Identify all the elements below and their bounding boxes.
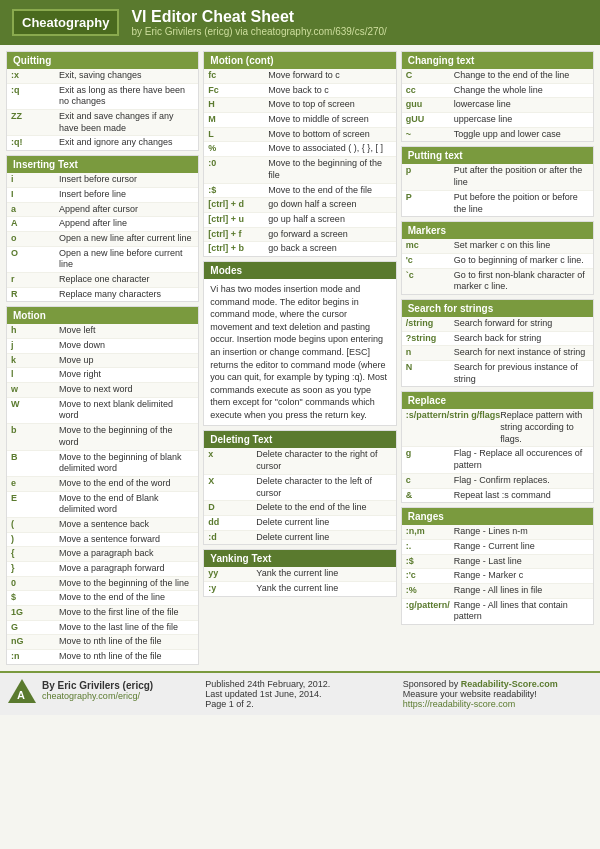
section-motion-header: Motion xyxy=(7,307,198,324)
desc: Delete current line xyxy=(256,517,391,529)
table-row: :n,mRange - Lines n-m xyxy=(402,525,593,540)
table-row: [ctrl] + fgo forward a screen xyxy=(204,228,395,243)
section-search-header: Search for strings xyxy=(402,300,593,317)
key: P xyxy=(406,192,454,204)
key: :x xyxy=(11,70,59,82)
desc: Move to the end of the word xyxy=(59,478,194,490)
footer-author-name: By Eric Grivilers (ericg) xyxy=(42,680,153,691)
table-row: :0Move to the beginning of the file xyxy=(204,157,395,183)
footer-sponsor-text: Sponsored by Readability-Score.com xyxy=(403,679,592,689)
desc: Delete to the end of the line xyxy=(256,502,391,514)
key: guu xyxy=(406,99,454,111)
key: yy xyxy=(208,568,256,580)
key: a xyxy=(11,204,59,216)
section-modes: Modes Vi has two modes insertion mode an… xyxy=(203,261,396,427)
desc: Search for next instance of string xyxy=(454,347,589,359)
key: Fc xyxy=(208,85,268,97)
table-row: $Move to the end of the line xyxy=(7,591,198,606)
key: O xyxy=(11,248,59,260)
table-row: aAppend after cursor xyxy=(7,203,198,218)
table-row: [ctrl] + dgo down half a screen xyxy=(204,198,395,213)
key: :s/pattern/strin g/flags xyxy=(406,410,501,422)
sponsor-name[interactable]: Readability-Score.com xyxy=(461,679,558,689)
desc: Move to top of screen xyxy=(268,99,391,111)
table-row: mcSet marker c on this line xyxy=(402,239,593,254)
table-row: :yYank the current line xyxy=(204,582,395,596)
footer-updated: Last updated 1st June, 2014. xyxy=(205,689,394,699)
column-2: Motion (cont) fcMove forward to c FcMove… xyxy=(203,51,396,665)
section-motion: Motion hMove left jMove down kMove up lM… xyxy=(6,306,199,665)
key: X xyxy=(208,476,256,488)
key: ZZ xyxy=(11,111,59,123)
header: Cheatography VI Editor Cheat Sheet by Er… xyxy=(0,0,600,45)
main-content: Quitting :xExit, saving changes :qExit a… xyxy=(0,45,600,671)
column-1: Quitting :xExit, saving changes :qExit a… xyxy=(6,51,199,665)
table-row: jMove down xyxy=(7,339,198,354)
table-row: {Move a paragraph back xyxy=(7,547,198,562)
key: :% xyxy=(406,585,454,597)
desc: Delete character to the right of cursor xyxy=(256,449,391,472)
table-row: RReplace many characters xyxy=(7,288,198,302)
table-row: WMove to next blank delimited word xyxy=(7,398,198,424)
desc: Move a paragraph back xyxy=(59,548,194,560)
key: g xyxy=(406,448,454,460)
table-row: :'cRange - Marker c xyxy=(402,569,593,584)
table-row: nGMove to nth line of the file xyxy=(7,635,198,650)
table-row: CChange to the end of the line xyxy=(402,69,593,84)
table-row: hMove left xyxy=(7,324,198,339)
key: i xyxy=(11,174,59,186)
footer-sponsor-link[interactable]: https://readability-score.com xyxy=(403,699,592,709)
key: W xyxy=(11,399,59,411)
table-row: bMove to the beginning of the word xyxy=(7,424,198,450)
desc: Change to the end of the line xyxy=(454,70,589,82)
key: A xyxy=(11,218,59,230)
desc: Search for previous instance of string xyxy=(454,362,589,385)
table-row: rReplace one character xyxy=(7,273,198,288)
key: [ctrl] + f xyxy=(208,229,268,241)
section-markers: Markers mcSet marker c on this line 'cGo… xyxy=(401,221,594,295)
desc: Move to nth line of the file xyxy=(59,651,194,663)
table-row: [ctrl] + bgo back a screen xyxy=(204,242,395,256)
key: r xyxy=(11,274,59,286)
table-row: :nMove to nth line of the file xyxy=(7,650,198,664)
table-row: :qExit as long as there have been no cha… xyxy=(7,84,198,110)
footer-author-link[interactable]: cheatography.com/ericg/ xyxy=(42,691,153,701)
key: dd xyxy=(208,517,256,529)
table-row: :q!Exit and ignore any changes xyxy=(7,136,198,150)
key: :$ xyxy=(406,556,454,568)
key: :$ xyxy=(208,185,268,197)
sponsor-prefix: Sponsored by xyxy=(403,679,461,689)
table-row: XDelete character to the left of cursor xyxy=(204,475,395,501)
desc: Open a new line after current line xyxy=(59,233,194,245)
desc: Move to middle of screen xyxy=(268,114,391,126)
desc: go forward a screen xyxy=(268,229,391,241)
section-yanking-header: Yanking Text xyxy=(204,550,395,567)
table-row: }Move a paragraph forward xyxy=(7,562,198,577)
desc: Move to the last line of the file xyxy=(59,622,194,634)
table-row: iInsert before cursor xyxy=(7,173,198,188)
page-subtitle: by Eric Grivilers (ericg) via cheatograp… xyxy=(131,26,386,37)
key: D xyxy=(208,502,256,514)
table-row: ~Toggle upp and lower case xyxy=(402,128,593,142)
key: :n xyxy=(11,651,59,663)
section-quitting-header: Quitting xyxy=(7,52,198,69)
table-row: guulowercase line xyxy=(402,98,593,113)
desc: Move to next blank delimited word xyxy=(59,399,194,422)
table-row: :$Move to the end of the file xyxy=(204,184,395,199)
key: % xyxy=(208,143,268,155)
key: { xyxy=(11,548,59,560)
key: R xyxy=(11,289,59,301)
table-row: ZZExit and save changes if any have been… xyxy=(7,110,198,136)
desc: Move to the beginning of blank delimited… xyxy=(59,452,194,475)
table-row: MMove to middle of screen xyxy=(204,113,395,128)
header-text: VI Editor Cheat Sheet by Eric Grivilers … xyxy=(131,8,386,37)
desc: Search back for string xyxy=(454,333,589,345)
desc: Range - Marker c xyxy=(454,570,589,582)
footer-info-col: Published 24th February, 2012. Last upda… xyxy=(205,679,394,709)
desc: Put after the position or after the line xyxy=(454,165,589,188)
table-row: pPut after the position or after the lin… xyxy=(402,164,593,190)
key: p xyxy=(406,165,454,177)
key: `c xyxy=(406,270,454,282)
desc: Delete current line xyxy=(256,532,391,544)
section-modes-header: Modes xyxy=(204,262,395,279)
